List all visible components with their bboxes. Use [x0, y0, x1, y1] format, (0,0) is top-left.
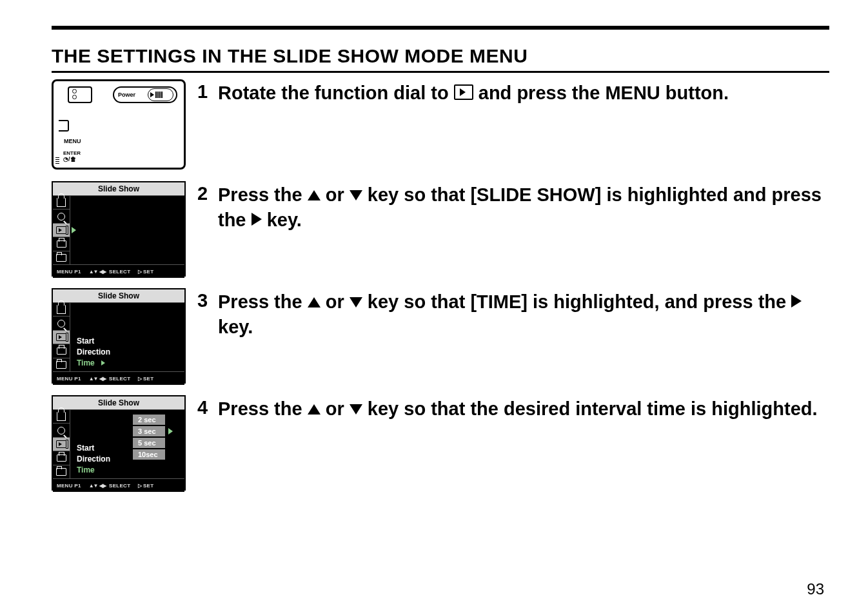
lcd-icon-column [53, 410, 70, 478]
menu-item-time: Time [77, 358, 184, 367]
slideshow-icon [53, 438, 70, 451]
print-icon [53, 451, 70, 465]
right-arrow-icon [252, 213, 262, 226]
lock-icon [53, 303, 70, 317]
grip-lines-icon [55, 157, 59, 164]
magnify-icon [53, 424, 70, 437]
lcd-screen-4: Slide Show Start Direction Time [52, 395, 186, 491]
step-number: 3 [197, 289, 212, 312]
opt-5sec: 5 sec [132, 437, 166, 449]
step-text: Press the or key so that [SLIDE SHOW] is… [218, 182, 829, 233]
step-text: Press the or key so that the desired int… [218, 396, 818, 422]
lock-icon [53, 410, 70, 424]
footer-select-group: ▲▼ ◀▶ SELECT [89, 269, 131, 275]
lcd-icon-column [53, 196, 70, 264]
step-3-row: Slide Show Start Direction Time [52, 288, 829, 384]
right-arrow-icon [791, 295, 802, 308]
lock-icon [53, 196, 70, 210]
lcd-title: Slide Show [53, 182, 184, 196]
lcd-content [70, 196, 184, 264]
lcd-thumb-3: Slide Show Start Direction Time [52, 288, 187, 384]
lcd-screen-3: Slide Show Start Direction Time [52, 288, 186, 384]
magnify-icon [53, 317, 70, 330]
opt-2sec: 2 sec [132, 414, 166, 425]
menu-item-start: Start [77, 337, 184, 346]
footer-set-group: ▷ SET [138, 269, 153, 275]
lcd-footer: MENU P1 ▲▼ ◀▶ SELECT ▷ SET [53, 478, 184, 492]
footer-menu: MENU P1 [57, 376, 81, 382]
footer-menu: MENU P1 [57, 269, 81, 275]
slideshow-icon [53, 331, 70, 344]
footer-select-group: ▲▼ ◀▶ SELECT [89, 483, 131, 489]
submenu-arrow-icon [101, 360, 105, 366]
side-port-icon [59, 120, 69, 132]
power-switch: Power [113, 86, 177, 103]
lcd-screen-2: Slide Show MENU P1 ▲▼ ◀▶ SELECT ▷ SET [52, 181, 186, 277]
section-heading: THE SETTINGS IN THE SLIDE SHOW MODE MENU [52, 45, 829, 73]
lcd-thumb-4: Slide Show Start Direction Time [52, 395, 187, 491]
playback-mode-icon [454, 84, 473, 100]
folder-icon [53, 465, 70, 478]
up-arrow-icon [308, 190, 321, 200]
step-number: 4 [197, 396, 212, 419]
lcd-title: Slide Show [53, 289, 184, 303]
up-arrow-icon [308, 404, 321, 415]
lcd-thumb-2: Slide Show MENU P1 ▲▼ ◀▶ SELECT ▷ SET [52, 181, 187, 277]
step-2-row: Slide Show MENU P1 ▲▼ ◀▶ SELECT ▷ SET [52, 181, 829, 277]
down-arrow-icon [350, 404, 362, 415]
footer-select-group: ▲▼ ◀▶ SELECT [89, 376, 131, 382]
power-label: Power [118, 92, 135, 98]
lcd-footer: MENU P1 ▲▼ ◀▶ SELECT ▷ SET [53, 371, 184, 385]
footer-set-group: ▷ SET [138, 376, 153, 382]
opt-3sec: 3 sec [132, 425, 166, 437]
top-rule [52, 26, 829, 30]
step-4: 4 Press the or key so that the desired i… [197, 395, 829, 422]
footer-set-group: ▷ SET [138, 483, 153, 489]
footer-menu: MENU P1 [57, 483, 81, 489]
magnify-icon [53, 210, 70, 223]
folder-icon [53, 251, 70, 264]
camera-diagram-thumb: Power MENU ENTER ◔/🗑 [52, 79, 187, 170]
manual-page: THE SETTINGS IN THE SLIDE SHOW MODE MENU… [0, 0, 868, 615]
up-arrow-icon [308, 297, 321, 308]
step-text: Press the or key so that [TIME] is highl… [218, 289, 829, 340]
step-number: 1 [197, 81, 212, 103]
menu-item-direction: Direction [77, 454, 184, 464]
slideshow-icon [53, 224, 70, 237]
print-icon [53, 237, 70, 251]
step-number: 2 [197, 182, 212, 205]
lcd-content: Start Direction Time 2 sec 3 sec 5 sec 1… [70, 410, 184, 478]
step-1: 1 Rotate the function dial to and press … [197, 79, 829, 106]
down-arrow-icon [350, 297, 362, 308]
viewfinder-icon [68, 86, 92, 103]
time-options: 2 sec 3 sec 5 sec 10sec [132, 414, 166, 460]
page-number: 93 [807, 580, 824, 598]
camera-back-diagram: Power MENU ENTER ◔/🗑 [52, 79, 186, 170]
folder-icon [53, 358, 70, 371]
lcd-content: Start Direction Time [70, 303, 184, 371]
menu-item-time: Time [77, 465, 184, 474]
step-2: 2 Press the or key so that [SLIDE SHOW] … [197, 181, 829, 233]
lcd-footer: MENU P1 ▲▼ ◀▶ SELECT ▷ SET [53, 264, 184, 278]
enter-button-label: ENTER ◔/🗑 [63, 151, 81, 163]
menu-button-label: MENU [64, 138, 81, 144]
play-triangle-icon [150, 92, 154, 97]
opt-10sec: 10sec [132, 449, 166, 460]
step-3: 3 Press the or key so that [TIME] is hig… [197, 288, 829, 340]
timer-trash-icon: ◔/🗑 [63, 156, 76, 162]
step-text: Rotate the function dial to and press th… [218, 81, 729, 106]
lcd-icon-column [53, 303, 70, 371]
step-4-row: Slide Show Start Direction Time [52, 395, 829, 491]
mode-dial-icon [148, 88, 173, 101]
menu-item-start: Start [77, 444, 184, 453]
print-icon [53, 344, 70, 358]
step-1-row: Power MENU ENTER ◔/🗑 1 Rotate the functi [52, 79, 829, 170]
menu-item-direction: Direction [77, 347, 184, 356]
down-arrow-icon [350, 190, 362, 200]
lcd-title: Slide Show [53, 396, 184, 410]
